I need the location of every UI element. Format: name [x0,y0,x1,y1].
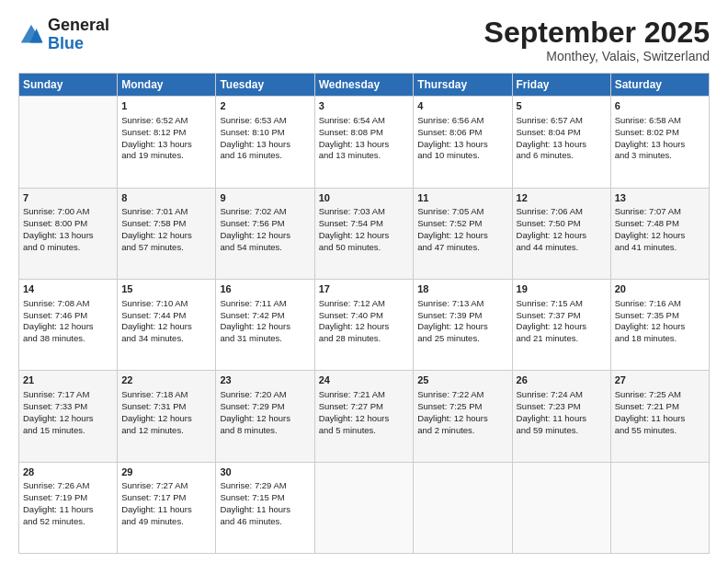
calendar-week-row: 21Sunrise: 7:17 AMSunset: 7:33 PMDayligh… [19,371,710,462]
day-info: Sunrise: 7:18 AM [121,389,211,401]
day-info: Sunset: 7:31 PM [121,401,211,413]
day-number: 7 [23,191,113,205]
day-info: and 38 minutes. [23,333,113,345]
day-info: Sunrise: 6:58 AM [615,115,705,127]
title-block: September 2025 Monthey, Valais, Switzerl… [484,17,710,63]
day-info: and 0 minutes. [23,242,113,254]
day-number: 10 [319,191,410,205]
day-number: 8 [121,191,211,205]
day-info: Sunrise: 7:21 AM [319,389,410,401]
day-number: 16 [220,282,310,296]
calendar-cell: 18Sunrise: 7:13 AMSunset: 7:39 PMDayligh… [414,279,512,370]
calendar-cell: 7Sunrise: 7:00 AMSunset: 8:00 PMDaylight… [19,188,118,279]
day-info: Sunset: 7:37 PM [517,310,607,322]
day-info: Daylight: 11 hours [517,413,607,425]
calendar-cell [610,462,709,553]
day-info: Sunset: 8:04 PM [517,127,607,139]
day-info: Daylight: 13 hours [319,139,410,151]
column-header-friday: Friday [512,74,610,97]
calendar-cell: 16Sunrise: 7:11 AMSunset: 7:42 PMDayligh… [216,279,314,370]
calendar-cell: 12Sunrise: 7:06 AMSunset: 7:50 PMDayligh… [512,188,610,279]
day-info: Daylight: 12 hours [23,321,113,333]
day-number: 6 [615,99,705,113]
calendar-table: SundayMondayTuesdayWednesdayThursdayFrid… [18,73,710,554]
page: General Blue September 2025 Monthey, Val… [0,0,728,563]
day-number: 15 [121,282,211,296]
day-info: Daylight: 12 hours [517,230,607,242]
day-info: Sunset: 7:19 PM [23,492,113,504]
calendar-cell: 29Sunrise: 7:27 AMSunset: 7:17 PMDayligh… [118,462,216,553]
day-number: 27 [615,373,705,387]
day-info: Daylight: 12 hours [615,321,705,333]
day-info: Sunset: 8:02 PM [615,127,705,139]
calendar-cell: 23Sunrise: 7:20 AMSunset: 7:29 PMDayligh… [216,371,314,462]
day-number: 21 [23,373,113,387]
day-info: Sunrise: 7:00 AM [23,206,113,218]
day-info: Sunrise: 7:26 AM [23,480,113,492]
day-info: and 8 minutes. [220,425,310,437]
day-info: and 31 minutes. [220,333,310,345]
day-info: Sunset: 7:27 PM [319,401,410,413]
day-info: Sunset: 7:48 PM [615,218,705,230]
calendar-cell: 2Sunrise: 6:53 AMSunset: 8:10 PMDaylight… [216,97,314,188]
day-info: Sunrise: 7:07 AM [615,206,705,218]
day-info: Daylight: 12 hours [517,321,607,333]
day-info: Daylight: 12 hours [417,321,507,333]
day-info: and 47 minutes. [417,242,507,254]
day-info: Daylight: 12 hours [23,413,113,425]
day-info: Daylight: 11 hours [121,504,211,516]
calendar-cell: 3Sunrise: 6:54 AMSunset: 8:08 PMDaylight… [314,97,414,188]
day-number: 20 [615,282,705,296]
day-info: Sunset: 7:33 PM [23,401,113,413]
location-subtitle: Monthey, Valais, Switzerland [484,49,710,63]
day-info: Sunset: 7:46 PM [23,310,113,322]
day-info: Sunrise: 7:12 AM [319,298,410,310]
day-info: Sunrise: 6:54 AM [319,115,410,127]
calendar-cell: 8Sunrise: 7:01 AMSunset: 7:58 PMDaylight… [118,188,216,279]
day-number: 19 [517,282,607,296]
day-info: Sunset: 8:00 PM [23,218,113,230]
day-number: 3 [319,99,410,113]
day-info: Sunset: 7:35 PM [615,310,705,322]
day-number: 23 [220,373,310,387]
calendar-cell: 22Sunrise: 7:18 AMSunset: 7:31 PMDayligh… [118,371,216,462]
calendar-cell: 1Sunrise: 6:52 AMSunset: 8:12 PMDaylight… [118,97,216,188]
day-info: Sunset: 8:06 PM [417,127,507,139]
calendar-week-row: 14Sunrise: 7:08 AMSunset: 7:46 PMDayligh… [19,279,710,370]
logo-text: General Blue [48,17,109,53]
calendar-week-row: 7Sunrise: 7:00 AMSunset: 8:00 PMDaylight… [19,188,710,279]
day-info: and 28 minutes. [319,333,410,345]
column-header-wednesday: Wednesday [314,74,414,97]
day-info: Sunrise: 7:15 AM [517,298,607,310]
calendar-cell: 24Sunrise: 7:21 AMSunset: 7:27 PMDayligh… [314,371,414,462]
day-info: Daylight: 13 hours [121,139,211,151]
day-number: 22 [121,373,211,387]
day-info: and 3 minutes. [615,150,705,162]
day-info: Sunset: 7:29 PM [220,401,310,413]
day-info: and 57 minutes. [121,242,211,254]
calendar-cell: 27Sunrise: 7:25 AMSunset: 7:21 PMDayligh… [610,371,709,462]
day-info: Daylight: 12 hours [319,230,410,242]
day-number: 13 [615,191,705,205]
calendar-cell: 17Sunrise: 7:12 AMSunset: 7:40 PMDayligh… [314,279,414,370]
day-number: 2 [220,99,310,113]
day-info: Sunrise: 7:06 AM [517,206,607,218]
day-info: and 6 minutes. [517,150,607,162]
calendar-header-row: SundayMondayTuesdayWednesdayThursdayFrid… [19,74,710,97]
day-info: Sunrise: 7:29 AM [220,480,310,492]
day-info: and 44 minutes. [517,242,607,254]
day-info: Sunset: 7:44 PM [121,310,211,322]
day-info: and 25 minutes. [417,333,507,345]
calendar-cell: 4Sunrise: 6:56 AMSunset: 8:06 PMDaylight… [414,97,512,188]
day-info: Sunrise: 7:01 AM [121,206,211,218]
day-info: and 55 minutes. [615,425,705,437]
day-info: Sunrise: 7:24 AM [517,389,607,401]
day-info: and 2 minutes. [417,425,507,437]
day-number: 9 [220,191,310,205]
day-info: Sunset: 7:52 PM [417,218,507,230]
day-info: Sunset: 7:15 PM [220,492,310,504]
day-info: Sunrise: 7:17 AM [23,389,113,401]
day-info: Sunset: 7:25 PM [417,401,507,413]
day-info: Daylight: 13 hours [417,139,507,151]
day-info: Daylight: 12 hours [319,413,410,425]
